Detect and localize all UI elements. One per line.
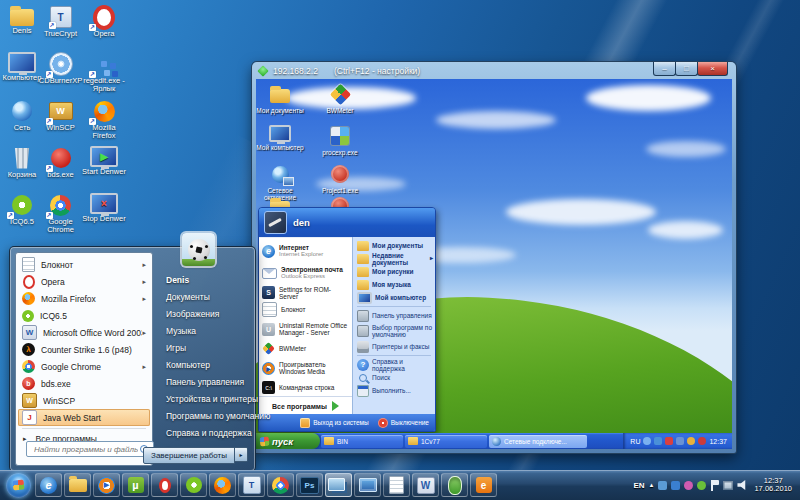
desktop-icon-icq[interactable]: ICQ6.5 [2, 193, 42, 240]
xp-link-search[interactable]: Поиск [353, 371, 435, 384]
xp-clock[interactable]: 12:37 [709, 438, 727, 445]
menu-item-chrome[interactable]: Google Chrome ▸ [16, 358, 152, 375]
xp-icon-procexp[interactable]: procexp.exe [314, 125, 366, 156]
action-center-flag-icon[interactable] [710, 480, 719, 491]
xp-menu-item-internet[interactable]: e ИнтернетInternet Explorer [259, 240, 352, 262]
xp-taskbar-button-bin[interactable]: BIN [321, 435, 403, 448]
link-documents[interactable]: Документы [160, 288, 250, 305]
tray-icon[interactable] [684, 481, 693, 490]
taskbar-internet-explorer[interactable]: e [35, 473, 62, 497]
xp-logoff-button[interactable]: Выход из системы [300, 418, 368, 428]
taskbar-network-computer[interactable] [354, 473, 381, 497]
tray-icon[interactable] [671, 481, 680, 490]
xp-taskbar-button-network-connections[interactable]: Сетевые подключе... [489, 435, 587, 448]
language-indicator[interactable]: EN [633, 481, 644, 490]
hidden-icons-chevron[interactable]: ▲ [649, 482, 655, 488]
menu-item-counter-strike[interactable]: λ Counter Strike 1.6 (p48) [16, 341, 152, 358]
shutdown-options-arrow[interactable]: ▸ [235, 447, 248, 462]
tray-icon[interactable] [687, 437, 695, 445]
desktop-icon-network[interactable]: Сеть [2, 99, 42, 146]
taskbar-opera[interactable] [151, 473, 178, 497]
desktop-icon-regedit[interactable]: regedit.exe - Ярлык [79, 52, 129, 99]
link-pictures[interactable]: Изображения [160, 305, 250, 322]
tray-icon[interactable] [698, 437, 706, 445]
desktop-icon-computer[interactable]: Компьютер [2, 52, 42, 99]
xp-menu-item-uninstall-rom[interactable]: U Uninstall Remote Office Manager - Serv… [259, 318, 352, 340]
desktop-icon-chrome[interactable]: Google Chrome [42, 193, 79, 240]
minimize-button[interactable]: – [653, 62, 676, 76]
desktop-icon-winscp[interactable]: W WinSCP [42, 99, 79, 146]
start-orb[interactable] [6, 473, 31, 498]
taskbar-firefox[interactable] [209, 473, 236, 497]
taskbar-utorrent[interactable]: µ [122, 473, 149, 497]
start-menu-search[interactable] [26, 441, 154, 457]
volume-icon[interactable] [737, 480, 747, 490]
menu-item-winscp[interactable]: W WinSCP [16, 392, 152, 409]
taskbar-clock[interactable]: 12:37 17.06.2010 [754, 477, 792, 494]
link-music[interactable]: Музыка [160, 322, 250, 339]
taskbar-media-player[interactable]: ▶ [93, 473, 120, 497]
xp-menu-item-bwmeter[interactable]: BWMeter [259, 340, 352, 357]
xp-link-default-programs[interactable]: Выбор программ по умолчанию [353, 322, 435, 340]
desktop-icon-recycle-bin[interactable]: Корзина [2, 146, 42, 193]
desktop-icon-start-denwer[interactable]: ▶ Start Denwer [79, 146, 129, 193]
taskbar-icq[interactable] [180, 473, 207, 497]
menu-item-icq[interactable]: ICQ6.5 [16, 307, 152, 324]
xp-menu-item-rom-settings[interactable]: S Settings for ROM-Server [259, 284, 352, 301]
tray-icon[interactable] [654, 437, 662, 445]
link-games[interactable]: Игры [160, 339, 250, 356]
xp-link-my-computer[interactable]: Мой компьютер [353, 291, 435, 304]
menu-item-java-web-start[interactable]: J Java Web Start [18, 409, 150, 426]
xp-shutdown-button[interactable]: Выключение [378, 418, 429, 428]
link-computer[interactable]: Компьютер [160, 356, 250, 373]
xp-link-help[interactable]: ? Справка и поддержка [353, 358, 435, 371]
desktop-icon-stop-denwer[interactable]: × Stop Denwer [79, 193, 129, 240]
desktop-icon-firefox[interactable]: Mozilla Firefox [79, 99, 129, 146]
maximize-button[interactable]: □ [675, 62, 698, 76]
taskbar-photoshop[interactable]: Ps [296, 473, 323, 497]
xp-link-control-panel[interactable]: Панель управления [353, 309, 435, 322]
xp-language-indicator[interactable]: RU [630, 438, 640, 445]
desktop-icon-truecrypt[interactable]: T TrueCrypt [42, 5, 79, 52]
menu-item-opera[interactable]: Opera ▸ [16, 273, 152, 290]
xp-start-button[interactable]: пуск [256, 433, 320, 449]
xp-link-my-documents[interactable]: Мои документы [353, 239, 435, 252]
xp-all-programs[interactable]: Все программы [259, 396, 352, 414]
link-user-folder[interactable]: Denis [160, 271, 250, 288]
xp-menu-item-email[interactable]: Электронная почтаOutlook Express [259, 262, 352, 284]
xp-icon-my-computer[interactable]: Мой компьютер [256, 125, 306, 151]
tray-icon[interactable] [658, 481, 667, 490]
taskbar-chrome[interactable] [267, 473, 294, 497]
xp-link-my-music[interactable]: Моя музыка [353, 278, 435, 291]
taskbar-remote-viewer[interactable] [325, 473, 352, 497]
xp-menu-item-notepad[interactable]: Блокнот [259, 301, 352, 318]
taskbar-rom-server[interactable] [441, 473, 468, 497]
desktop-icon-opera[interactable]: Opera [79, 5, 129, 52]
tray-icon[interactable] [665, 437, 673, 445]
taskbar-truecrypt[interactable]: T [238, 473, 265, 497]
desktop-icon-bds[interactable]: bds.exe [42, 146, 79, 193]
link-control-panel[interactable]: Панель управления [160, 373, 250, 390]
xp-link-recent-documents[interactable]: Недавние документы ▸ [353, 252, 435, 265]
link-help-support[interactable]: Справка и поддержка [160, 424, 250, 441]
desktop-icon-cdburnerxp[interactable]: CDBurnerXP [42, 52, 79, 99]
close-button[interactable]: × [697, 62, 728, 76]
taskbar-notepad[interactable] [383, 473, 410, 497]
xp-link-my-pictures[interactable]: Мои рисунки [353, 265, 435, 278]
shutdown-button[interactable]: Завершение работы [143, 447, 235, 464]
xp-icon-bwmeter[interactable]: BWMeter [314, 83, 366, 114]
link-default-programs[interactable]: Программы по умолчанию [160, 407, 250, 424]
menu-item-notepad[interactable]: Блокнот ▸ [16, 256, 152, 273]
xp-taskbar-button-1cv77[interactable]: 1Cv77 [405, 435, 487, 448]
xp-icon-project1[interactable]: Project1.exe [314, 163, 366, 194]
menu-item-firefox[interactable]: Mozilla Firefox ▸ [16, 290, 152, 307]
xp-link-printers[interactable]: Принтеры и факсы [353, 340, 435, 353]
desktop-icon-denis[interactable]: Denis [2, 5, 42, 52]
xp-menu-item-cmd[interactable]: C:\ Командная строка [259, 379, 352, 396]
tray-icon-icq[interactable] [697, 481, 706, 490]
tray-icon[interactable] [643, 437, 651, 445]
menu-item-bds[interactable]: b bds.exe [16, 375, 152, 392]
xp-menu-item-wmp[interactable]: ▶ Проигрыватель Windows Media [259, 357, 352, 379]
user-avatar[interactable] [182, 233, 215, 266]
search-input[interactable] [32, 444, 140, 455]
